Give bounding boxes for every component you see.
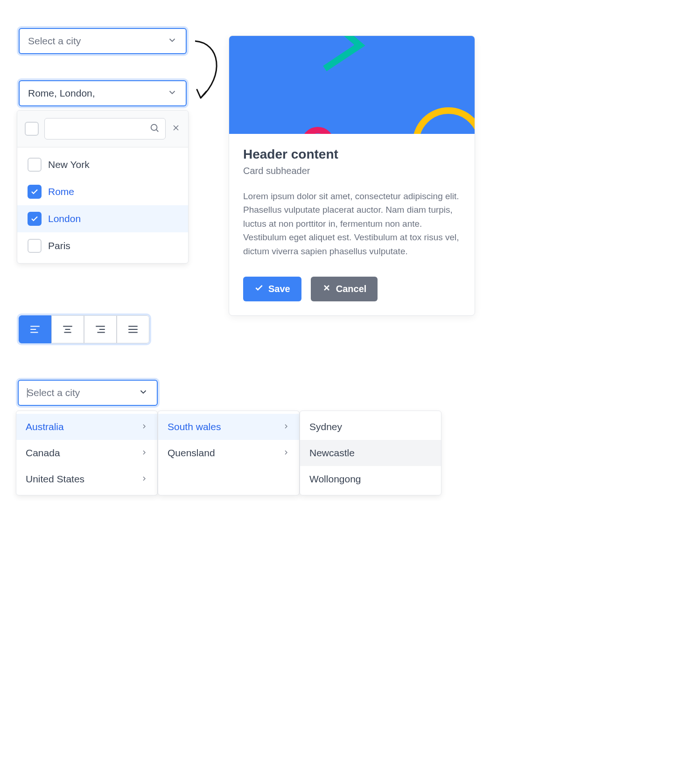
text-align-button-group (19, 315, 149, 343)
cascader-option-label: Sydney (309, 421, 342, 432)
cascader-option-sydney[interactable]: Sydney (300, 414, 441, 440)
card-text: Lorem ipsum dolor sit amet, consectetur … (243, 189, 461, 258)
city-multiselect-dropdown: New York Rome London Paris (17, 110, 189, 264)
close-icon (322, 283, 331, 295)
chevron-right-icon (140, 447, 148, 459)
chevron-down-icon (138, 387, 148, 399)
option-new-york[interactable]: New York (17, 151, 188, 178)
arrow-annotation-icon (192, 38, 230, 105)
select-value: Rome, London, (28, 88, 95, 99)
option-label: Paris (48, 240, 70, 251)
cascader-option-newcastle[interactable]: Newcastle (300, 440, 441, 466)
dropdown-search-input[interactable] (50, 124, 145, 134)
content-card: Header content Card subheader Lorem ipsu… (229, 35, 475, 316)
option-list: New York Rome London Paris (17, 147, 188, 263)
option-label: Rome (48, 186, 74, 197)
cascader-panel-1: Australia Canada United States (16, 411, 158, 495)
checkbox[interactable] (28, 239, 42, 253)
align-center-button[interactable] (51, 315, 84, 343)
cascader-option-label: Australia (26, 421, 64, 432)
option-rome[interactable]: Rome (17, 178, 188, 205)
cancel-button[interactable]: Cancel (311, 277, 378, 301)
cascader-option-australia[interactable]: Australia (16, 414, 157, 440)
search-icon (149, 123, 160, 135)
option-london[interactable]: London (17, 205, 188, 232)
chevron-right-icon (140, 421, 148, 432)
select-all-checkbox[interactable] (25, 122, 39, 136)
align-justify-button[interactable] (117, 315, 149, 343)
cascader-option-label: Canada (26, 447, 60, 459)
card-image (229, 36, 475, 134)
checkbox[interactable] (28, 185, 42, 199)
svg-point-17 (416, 111, 475, 134)
save-button[interactable]: Save (243, 277, 301, 301)
cascader-option-south-wales[interactable]: South wales (158, 414, 299, 440)
align-left-button[interactable] (19, 315, 51, 343)
option-paris[interactable]: Paris (17, 232, 188, 259)
checkbox[interactable] (28, 212, 42, 226)
cascader-panel-2: South wales Quensland (158, 411, 300, 495)
chevron-right-icon (282, 421, 290, 432)
option-label: New York (48, 159, 90, 170)
svg-point-16 (305, 130, 331, 134)
city-select-closed[interactable]: Select a city (19, 28, 187, 54)
chevron-down-icon (167, 87, 177, 99)
chevron-down-icon (167, 35, 177, 47)
chevron-right-icon (140, 474, 148, 485)
cascader-option-quensland[interactable]: Quensland (158, 440, 299, 466)
check-icon (254, 283, 264, 295)
city-multiselect[interactable]: Rome, London, (19, 80, 187, 106)
card-subtitle: Card subheader (243, 166, 461, 176)
cascader-option-wollongong[interactable]: Wollongong (300, 466, 441, 492)
svg-line-1 (156, 130, 158, 132)
card-actions: Save Cancel (243, 277, 461, 301)
cascader-city-select[interactable]: Select a city (18, 380, 158, 406)
align-right-button[interactable] (84, 315, 117, 343)
dropdown-header (17, 111, 188, 147)
cancel-button-label: Cancel (336, 284, 367, 294)
cascader-option-united-states[interactable]: United States (16, 466, 157, 492)
save-button-label: Save (268, 284, 290, 294)
cascader-option-label: Wollongong (309, 474, 361, 485)
cascader-panels: Australia Canada United States South wal… (16, 411, 441, 495)
cascader-option-canada[interactable]: Canada (16, 440, 157, 466)
option-label: London (48, 213, 81, 224)
chevron-right-icon (282, 447, 290, 459)
dropdown-search-wrap (44, 118, 166, 139)
svg-point-0 (151, 125, 157, 131)
card-title: Header content (243, 147, 461, 162)
cascader-option-label: United States (26, 474, 84, 485)
cascader-option-label: South wales (168, 421, 221, 432)
cascader-option-label: Quensland (168, 447, 215, 459)
checkbox[interactable] (28, 158, 42, 172)
cascader-panel-3: Sydney Newcastle Wollongong (300, 411, 441, 495)
cascader-option-label: Newcastle (309, 447, 355, 459)
cascader-placeholder: Select a city (27, 387, 80, 398)
select-placeholder: Select a city (28, 35, 81, 47)
close-icon[interactable] (171, 123, 181, 134)
card-body: Header content Card subheader Lorem ipsu… (229, 134, 475, 315)
